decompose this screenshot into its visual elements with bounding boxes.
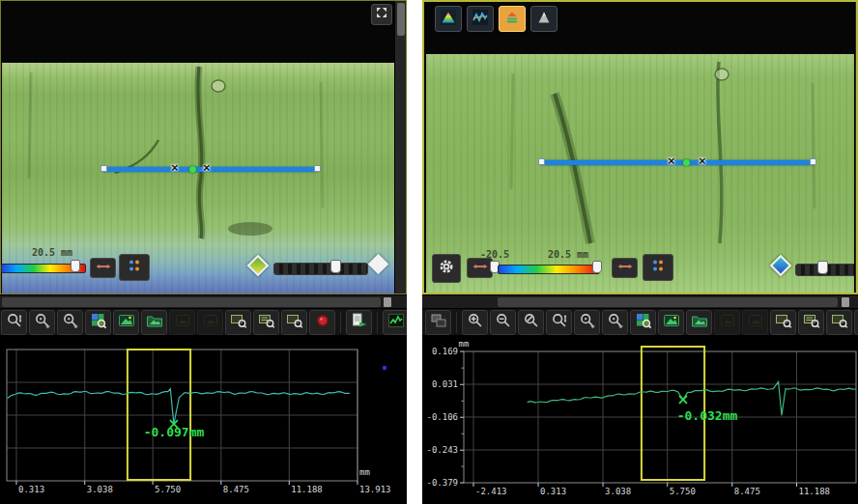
region-zoom-b-button[interactable] (253, 310, 279, 335)
svg-text:-0.106: -0.106 (426, 412, 458, 422)
view-height-map-button[interactable] (435, 6, 462, 32)
tool-disabled-b-button[interactable] (197, 310, 223, 335)
measure-endpoint[interactable] (538, 158, 545, 165)
image-view-icon (118, 312, 135, 333)
zoom-out-button[interactable] (490, 310, 516, 335)
image-view-button[interactable] (113, 310, 139, 335)
opacity-slider-track[interactable] (273, 263, 368, 275)
expand-view-button[interactable] (371, 4, 392, 25)
image-folder-button[interactable] (686, 310, 712, 335)
settings-button[interactable] (432, 254, 461, 283)
zoom-fit-icon (523, 312, 540, 333)
right-measurement-panel: × × -20.5 20.5 mm -2.4130.3133.0385.7508… (422, 0, 858, 504)
measure-endpoint[interactable] (810, 158, 816, 165)
opacity-slider-handle[interactable] (330, 260, 341, 273)
measure-line[interactable] (540, 160, 815, 165)
zoom-select-a-button[interactable] (29, 310, 55, 335)
measure-line[interactable] (102, 167, 319, 172)
svg-text:8.475: 8.475 (223, 485, 249, 494)
zoom-updown-button[interactable] (546, 310, 572, 335)
measure-x-marker[interactable]: × (203, 161, 211, 175)
range-fit-button[interactable] (612, 258, 638, 278)
region-zoom-c-button[interactable] (826, 310, 852, 335)
measure-x-marker[interactable]: × (699, 154, 706, 168)
region-zoom-a-button[interactable] (770, 310, 796, 335)
zoom-fit-button[interactable] (518, 310, 544, 335)
scrollbar-grip[interactable] (842, 297, 849, 307)
left-toolbar (0, 308, 407, 336)
display-mode-button[interactable] (119, 254, 150, 281)
measure-x-marker[interactable]: × (668, 154, 675, 168)
left-surface-viewport[interactable]: × × 20.5 mm (0, 0, 407, 294)
horizontal-scrollbar[interactable] (422, 294, 858, 309)
svg-text:0.313: 0.313 (18, 485, 44, 494)
left-profile-chart[interactable]: 0.3133.0385.7508.47511.18813.913mm (0, 335, 407, 504)
region-zoom-c-button[interactable] (281, 310, 307, 335)
record-button[interactable] (309, 310, 335, 335)
tool-disabled-a-button[interactable] (714, 310, 740, 335)
pixel-zoom-button[interactable] (630, 310, 656, 335)
color-scale-bar[interactable] (498, 265, 600, 274)
zoom-updown-button[interactable] (1, 310, 27, 335)
toolbar-separator (374, 312, 381, 333)
range-fit-button[interactable] (90, 258, 116, 278)
color-scale-handle-max[interactable] (592, 261, 602, 273)
view-profile-wave-button[interactable] (467, 6, 494, 32)
right-surface-viewport[interactable]: × × -20.5 20.5 mm (422, 0, 858, 294)
zoom-out-icon (495, 312, 512, 333)
opacity-slider-handle[interactable] (817, 261, 828, 274)
export-button[interactable] (346, 310, 372, 335)
display-layout-icon (430, 312, 447, 333)
image-folder-button[interactable] (141, 310, 167, 335)
tool-disabled-b-icon (202, 312, 219, 333)
zoom-select-a-icon (34, 312, 51, 333)
zoom-select-b-button[interactable] (57, 310, 83, 335)
color-dots-icon (649, 257, 667, 278)
pixel-zoom-button[interactable] (85, 310, 111, 335)
svg-text:0.169: 0.169 (432, 347, 458, 356)
fit-range-icon (616, 258, 634, 279)
svg-text:mm: mm (359, 467, 370, 477)
scrollbar-grip[interactable] (384, 297, 391, 307)
view-grayscale-button[interactable] (530, 6, 558, 32)
region-zoom-b-button[interactable] (798, 310, 824, 335)
image-view-button[interactable] (658, 310, 684, 335)
zoom-select-b-icon (62, 312, 79, 333)
measure-endpoint[interactable] (100, 165, 107, 172)
zoom-in-button[interactable] (462, 310, 488, 335)
horizontal-scrollbar-thumb[interactable] (2, 297, 381, 307)
fit-range-icon (95, 258, 112, 279)
view-mode-buttons (435, 6, 558, 32)
region-zoom-a-icon (230, 312, 247, 333)
color-scale-handle[interactable] (71, 260, 80, 272)
record-button[interactable] (854, 310, 858, 335)
vertical-scrollbar[interactable] (394, 1, 407, 294)
region-zoom-a-button[interactable] (225, 310, 251, 335)
record-icon (314, 312, 331, 333)
measurement-value: -0.032mm (661, 408, 754, 423)
svg-text:-2.413: -2.413 (475, 487, 507, 496)
pixel-zoom-icon (90, 312, 107, 333)
measure-center-point[interactable] (189, 166, 196, 173)
zoom-select-a-button[interactable] (574, 310, 600, 335)
image-view-icon (663, 312, 680, 333)
range-fit-button[interactable] (467, 258, 493, 278)
tool-disabled-a-button[interactable] (169, 310, 195, 335)
zoom-updown-icon (551, 312, 568, 333)
toolbar-separator (453, 312, 460, 333)
tool-disabled-b-button[interactable] (742, 310, 768, 335)
profile-chart-button[interactable] (383, 310, 407, 335)
measure-endpoint[interactable] (314, 165, 321, 172)
horizontal-scrollbar[interactable] (0, 294, 407, 309)
vertical-scrollbar-thumb[interactable] (397, 3, 405, 36)
display-layout-button[interactable] (425, 310, 451, 335)
zoom-select-b-button[interactable] (602, 310, 628, 335)
region-zoom-b-icon (258, 312, 275, 333)
display-mode-button[interactable] (643, 254, 673, 281)
measure-x-marker[interactable]: × (171, 161, 179, 175)
measure-center-point[interactable] (683, 159, 690, 166)
view-layers-button[interactable] (499, 6, 526, 32)
right-profile-chart[interactable]: -2.4130.3133.0385.7508.47511.1880.1690.0… (422, 335, 858, 504)
horizontal-scrollbar-thumb[interactable] (498, 297, 838, 307)
vertical-scrollbar[interactable] (854, 2, 858, 294)
